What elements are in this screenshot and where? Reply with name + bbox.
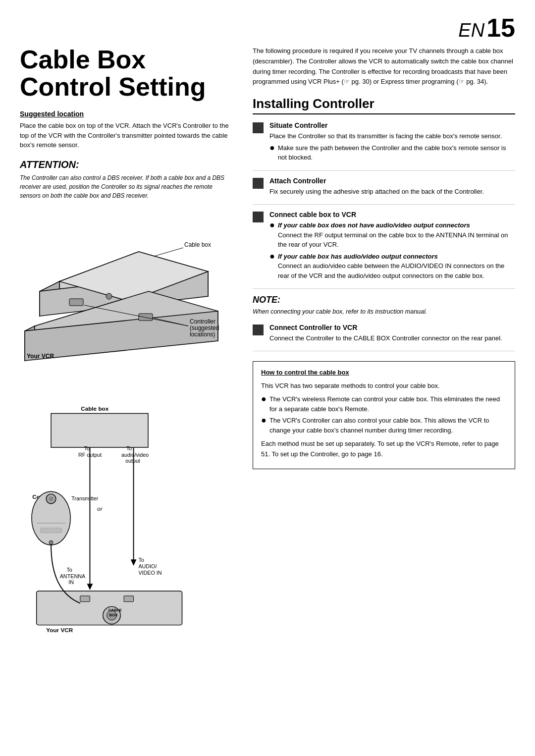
svg-line-0	[153, 248, 183, 257]
svg-marker-36	[131, 559, 137, 566]
attention-block: ATTENTION: The Controller can also contr…	[20, 159, 233, 200]
note-text: When connecting your cable box, refer to…	[253, 307, 515, 317]
step-connect-controller-heading: Connect Controller to VCR	[269, 324, 515, 331]
vcr-diagram: Cable box Your VCR	[20, 207, 233, 397]
note-title: NOTE:	[253, 295, 515, 305]
intro-text: The following procedure is required if y…	[253, 46, 515, 87]
bullet-dot-2-0: ●	[269, 220, 275, 229]
bottom-diagram: Cable box Controller T	[20, 402, 233, 641]
info-box-bullet-text-1: The VCR's Controller can also control yo…	[269, 416, 507, 435]
svg-text:BOX: BOX	[109, 613, 118, 617]
step-attach-content: Attach Controller Fix securely using the…	[269, 177, 515, 199]
step-situate-text: Place the Controller so that its transmi…	[269, 131, 515, 141]
step-attach-text: Fix securely using the adhesive strip at…	[269, 187, 515, 197]
info-box-bullet-1: ● The VCR's Controller can also control …	[261, 416, 507, 435]
svg-point-6	[106, 293, 112, 299]
svg-text:AUDIO/: AUDIO/	[138, 563, 157, 569]
step-situate-content: Situate Controller Place the Controller …	[269, 121, 515, 164]
page-title: Cable Box Control Setting	[20, 46, 233, 100]
step-situate-bullet-0: ● Make sure the path between the Control…	[269, 143, 515, 162]
svg-text:audio/video: audio/video	[121, 451, 149, 457]
left-column: Cable Box Control Setting Suggested loca…	[20, 46, 233, 741]
right-column: The following procedure is required if y…	[248, 46, 515, 741]
svg-text:Your VCR: Your VCR	[27, 353, 54, 360]
svg-rect-25	[41, 528, 62, 533]
bold-italic-label-0: If your cable box does not have audio/vi…	[278, 221, 470, 229]
installing-title: Installing Controller	[253, 96, 515, 114]
svg-marker-35	[87, 584, 93, 590]
note-block: NOTE: When connecting your cable box, re…	[253, 295, 515, 317]
info-box-title: How to control the cable box	[261, 368, 507, 378]
vcr-diagram-svg: Cable box Your VCR	[20, 207, 228, 395]
step-icon-connect-controller	[253, 324, 264, 335]
svg-text:Controller: Controller	[190, 318, 215, 325]
step-connect-cable-bullet-body-0: Connect the RF output terminal on the ca…	[278, 231, 508, 249]
attention-text: The Controller can also control a DBS re…	[20, 173, 233, 200]
svg-rect-45	[124, 596, 134, 602]
step-connect-cable-bullet-1: ● If your cable box has audio/video outp…	[269, 252, 515, 281]
bullet-dot: ●	[269, 143, 275, 152]
svg-text:or: or	[97, 505, 103, 512]
svg-rect-12	[139, 314, 153, 321]
step-connect-cable-bullet-0: ● If your cable box does not have audio/…	[269, 220, 515, 250]
page-number: 15	[486, 15, 515, 41]
step-attach: Attach Controller Fix securely using the…	[253, 177, 515, 205]
info-box-intro: This VCR has two separate methods to con…	[261, 381, 507, 391]
step-connect-cable-bullet-body-1: Connect an audio/video cable between the…	[278, 262, 504, 279]
svg-rect-44	[80, 596, 90, 602]
step-connect-cable-bullet-text-0: If your cable box does not have audio/vi…	[278, 220, 515, 250]
info-box-bullet-0: ● The VCR's wireless Remote can control …	[261, 394, 507, 414]
svg-text:output: output	[125, 458, 140, 464]
step-connect-cable: Connect cable box to VCR ● If your cable…	[253, 211, 515, 289]
svg-text:To: To	[126, 445, 132, 451]
info-bullet-dot-0: ●	[261, 394, 267, 403]
page: EN 15 Cable Box Control Setting Suggeste…	[0, 0, 535, 756]
step-situate-heading: Situate Controller	[269, 121, 515, 129]
svg-rect-19	[51, 413, 148, 447]
suggested-location-title: Suggested location	[20, 110, 233, 118]
step-icon-attach	[253, 178, 264, 189]
svg-text:To: To	[138, 557, 144, 563]
step-connect-cable-content: Connect cable box to VCR ● If your cable…	[269, 211, 515, 282]
info-bullet-dot-1: ●	[261, 416, 267, 425]
svg-text:VIDEO IN: VIDEO IN	[138, 569, 161, 575]
svg-text:IN: IN	[68, 579, 74, 585]
step-icon-connect-cable	[253, 212, 264, 222]
suggested-location-text: Place the cable box on top of the VCR. A…	[20, 121, 233, 150]
bullet-dot-2-1: ●	[269, 252, 275, 261]
info-box: How to control the cable box This VCR ha…	[253, 361, 515, 469]
en-label: EN	[458, 20, 484, 41]
svg-text:locations): locations)	[190, 331, 215, 338]
main-content: Cable Box Control Setting Suggested loca…	[20, 46, 515, 741]
attention-title: ATTENTION:	[20, 159, 233, 170]
step-attach-heading: Attach Controller	[269, 177, 515, 185]
step-connect-controller-text: Connect the Controller to the CABLE BOX …	[269, 333, 515, 343]
svg-text:CABLE: CABLE	[108, 608, 122, 612]
step-icon-situate	[253, 122, 264, 133]
header: EN 15	[20, 15, 515, 41]
svg-text:(suggested: (suggested	[190, 324, 219, 331]
svg-text:Transmitter: Transmitter	[71, 495, 98, 501]
step-connect-controller-content: Connect Controller to VCR Connect the Co…	[269, 324, 515, 345]
step-situate-bullet-text-0: Make sure the path between the Controlle…	[278, 143, 515, 162]
svg-text:Cable box: Cable box	[81, 405, 109, 411]
svg-text:To: To	[84, 445, 90, 451]
svg-text:Cable box: Cable box	[184, 241, 211, 248]
step-connect-controller: Connect Controller to VCR Connect the Co…	[253, 324, 515, 352]
info-box-bullet-text-0: The VCR's wireless Remote can control yo…	[269, 394, 507, 414]
bold-italic-label-1: If your cable box has audio/video output…	[278, 253, 438, 260]
info-box-closing: Each method must be set up separately. T…	[261, 439, 507, 460]
svg-text:ANTENNA: ANTENNA	[60, 573, 86, 579]
svg-point-50	[49, 540, 53, 544]
svg-text:To: To	[66, 567, 72, 573]
svg-rect-11	[69, 299, 83, 306]
svg-text:Your VCR: Your VCR	[46, 627, 73, 633]
svg-point-23	[49, 496, 54, 501]
step-connect-cable-bullet-text-1: If your cable box has audio/video output…	[278, 252, 515, 281]
step-connect-cable-heading: Connect cable box to VCR	[269, 211, 515, 218]
step-situate: Situate Controller Place the Controller …	[253, 121, 515, 171]
bottom-diagram-svg: Cable box Controller T	[20, 402, 228, 640]
